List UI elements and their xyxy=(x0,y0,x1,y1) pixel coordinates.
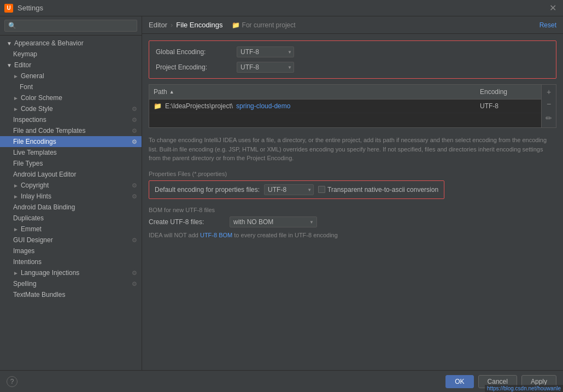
sidebar-item-label: Live Templates xyxy=(13,149,57,156)
properties-encoding-select-wrapper: UTF-8 UTF-16 ISO-8859-1 xyxy=(264,184,314,195)
sidebar-item-android-layout[interactable]: Android Layout Editor xyxy=(0,169,142,180)
default-encoding-label: Default encoding for properties files: xyxy=(155,186,260,194)
sidebar-item-label: Appearance & Behavior xyxy=(14,39,84,47)
create-utf8-select[interactable]: with NO BOM with BOM xyxy=(230,217,317,227)
sidebar-item-label: Emmet xyxy=(21,225,42,233)
sidebar-item-label: Editor xyxy=(14,61,31,69)
ok-button[interactable]: OK xyxy=(445,375,473,388)
breadcrumb-separator: › xyxy=(171,21,173,29)
sidebar-item-color-scheme[interactable]: ► Color Scheme xyxy=(0,92,142,103)
arrow-icon: ► xyxy=(13,270,19,276)
sidebar-item-file-types[interactable]: File Types xyxy=(0,158,142,169)
bom-select-wrapper: with NO BOM with BOM xyxy=(230,217,317,227)
cancel-button[interactable]: Cancel xyxy=(478,375,517,388)
arrow-icon: ▼ xyxy=(7,40,12,46)
sidebar-item-editor[interactable]: ▼ Editor xyxy=(0,60,142,71)
edit-button[interactable]: ✏ xyxy=(543,113,554,123)
settings-tree: ▼ Appearance & Behavior Keymap ▼ Editor … xyxy=(0,36,142,370)
sidebar-item-spelling[interactable]: Spelling ⚙ xyxy=(0,278,142,289)
path-encoding-area: Path ▲ Encoding 📁 E:\IdeaPro xyxy=(149,84,556,128)
settings-icon: ⚙ xyxy=(132,193,137,200)
path-prefix: E:\IdeaProjects\project\ xyxy=(165,102,233,110)
app-icon: U xyxy=(4,4,13,13)
sidebar-item-label: Language Injections xyxy=(21,269,79,277)
bom-section-title: BOM for new UTF-8 files xyxy=(149,207,556,213)
reset-button[interactable]: Reset xyxy=(539,21,556,29)
sidebar-item-label: Inspections xyxy=(13,116,46,124)
global-encoding-select[interactable]: UTF-8 UTF-16 ISO-8859-1 US-ASCII windows… xyxy=(237,46,294,57)
sidebar: ▼ Appearance & Behavior Keymap ▼ Editor … xyxy=(0,16,142,370)
table-header: Path ▲ Encoding xyxy=(149,85,541,100)
arrow-icon: ▼ xyxy=(7,62,12,68)
settings-icon: ⚙ xyxy=(132,237,137,244)
path-column-label: Path xyxy=(154,88,167,96)
project-encoding-select[interactable]: UTF-8 UTF-16 ISO-8859-1 US-ASCII windows… xyxy=(237,62,294,73)
search-input[interactable] xyxy=(4,20,137,32)
path-cell: 📁 E:\IdeaProjects\project\spring-cloud-d… xyxy=(149,101,476,111)
sidebar-item-live-templates[interactable]: Live Templates xyxy=(0,147,142,158)
search-box xyxy=(0,16,142,36)
bom-note-suffix: to every created file in UTF-8 encoding xyxy=(232,232,338,238)
transparent-checkbox[interactable] xyxy=(318,186,325,193)
remove-button[interactable]: − xyxy=(543,99,554,109)
sidebar-item-keymap[interactable]: Keymap xyxy=(0,49,142,60)
create-utf8-row: Create UTF-8 files: with NO BOM with BOM xyxy=(149,217,556,227)
arrow-icon: ► xyxy=(13,73,19,79)
sidebar-item-file-code-templates[interactable]: File and Code Templates ⚙ xyxy=(0,125,142,136)
settings-icon: ⚙ xyxy=(132,106,137,113)
footer: ? OK Cancel Apply xyxy=(0,370,563,392)
help-button[interactable]: ? xyxy=(7,376,17,387)
sidebar-item-font[interactable]: Font xyxy=(0,81,142,92)
properties-encoding-select[interactable]: UTF-8 UTF-16 ISO-8859-1 xyxy=(264,184,314,195)
sidebar-item-lang-injections[interactable]: ► Language Injections ⚙ xyxy=(0,267,142,278)
sidebar-item-code-style[interactable]: ► Code Style ⚙ xyxy=(0,103,142,114)
for-project-label: For current project xyxy=(242,21,296,29)
sidebar-item-images[interactable]: Images xyxy=(0,245,142,256)
settings-icon: ⚙ xyxy=(132,280,137,288)
bom-note-prefix: IDEA will NOT add xyxy=(149,232,200,238)
properties-section-title: Properties Files (*.properties) xyxy=(149,171,556,177)
sidebar-item-duplicates[interactable]: Duplicates xyxy=(0,213,142,224)
sidebar-item-emmet[interactable]: ► Emmet xyxy=(0,224,142,235)
settings-icon: ⚙ xyxy=(132,127,137,134)
global-encoding-label: Global Encoding: xyxy=(156,48,232,56)
sidebar-item-intentions[interactable]: Intentions xyxy=(0,256,142,267)
apply-button[interactable]: Apply xyxy=(521,375,556,388)
sidebar-item-inlay-hints[interactable]: ► Inlay Hints ⚙ xyxy=(0,191,142,202)
sidebar-item-label: File Encodings xyxy=(13,138,56,145)
footer-left: ? xyxy=(7,376,17,387)
settings-icon: ⚙ xyxy=(132,270,137,277)
col-path-header[interactable]: Path ▲ xyxy=(149,87,476,97)
sidebar-item-appearance[interactable]: ▼ Appearance & Behavior xyxy=(0,38,142,49)
sidebar-item-general[interactable]: ► General xyxy=(0,71,142,81)
breadcrumb: Editor › File Encodings xyxy=(149,21,223,29)
sidebar-item-label: File Types xyxy=(13,160,43,167)
properties-section: Properties Files (*.properties) Default … xyxy=(149,171,556,199)
breadcrumb-current: File Encodings xyxy=(176,21,222,29)
add-button[interactable]: + xyxy=(543,87,554,97)
sidebar-item-file-encodings[interactable]: File Encodings ⚙ xyxy=(0,136,142,147)
panel-content: Global Encoding: UTF-8 UTF-16 ISO-8859-1… xyxy=(142,34,563,370)
settings-icon: ⚙ xyxy=(132,182,137,189)
sidebar-item-gui-designer[interactable]: GUI Designer ⚙ xyxy=(0,235,142,245)
sidebar-item-label: General xyxy=(21,72,44,80)
transparent-label: Transparent native-to-ascii conversion xyxy=(327,186,438,194)
table-row[interactable]: 📁 E:\IdeaProjects\project\spring-cloud-d… xyxy=(149,100,541,113)
col-encoding-header[interactable]: Encoding xyxy=(476,87,541,97)
sidebar-item-label: Spelling xyxy=(13,280,37,288)
create-utf8-label: Create UTF-8 files: xyxy=(149,218,225,226)
for-current-project: 📁 For current project xyxy=(232,21,296,29)
sidebar-item-label: GUI Designer xyxy=(13,236,53,244)
table-actions: + − ✏ xyxy=(542,84,556,128)
close-button[interactable]: ✕ xyxy=(547,3,559,13)
sidebar-item-label: Images xyxy=(13,247,34,255)
sidebar-item-label: Duplicates xyxy=(13,214,44,222)
sidebar-item-inspections[interactable]: Inspections ⚙ xyxy=(0,114,142,125)
global-encoding-row: Global Encoding: UTF-8 UTF-16 ISO-8859-1… xyxy=(156,46,549,57)
sidebar-item-textmate[interactable]: TextMate Bundles xyxy=(0,289,142,300)
sidebar-item-android-data[interactable]: Android Data Binding xyxy=(0,202,142,213)
sidebar-item-copyright[interactable]: ► Copyright ⚙ xyxy=(0,180,142,191)
sidebar-item-label: Intentions xyxy=(13,258,42,266)
arrow-icon: ► xyxy=(13,194,19,200)
global-encoding-select-wrapper: UTF-8 UTF-16 ISO-8859-1 US-ASCII windows… xyxy=(237,46,294,57)
